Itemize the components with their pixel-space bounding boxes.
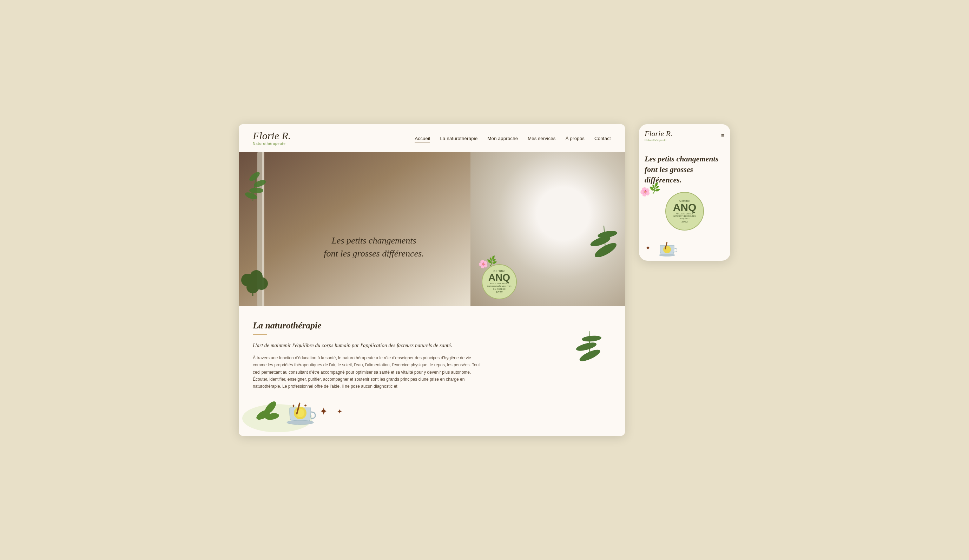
mobile-mockup: Florie R. Naturothérapeute ≡ Les petits … bbox=[639, 124, 730, 261]
tea-cup-icon: ✦ ✦ bbox=[285, 397, 316, 425]
svg-point-10 bbox=[501, 175, 563, 221]
tea-decoration-row: ✦ ✦ ✦ ✦ bbox=[253, 397, 611, 425]
nav-link-accueil[interactable]: Accueil bbox=[415, 136, 430, 143]
badge-association-text: ASSOCIATION DES NATUROTHÉRAPEUTES DU QUÉ… bbox=[487, 282, 511, 291]
badge-anq-text: ANQ bbox=[488, 273, 510, 282]
hero-left-svg bbox=[239, 152, 470, 306]
logo-subtitle: Naturothérapeute bbox=[253, 142, 286, 146]
mobile-title-line1: Les petits changements bbox=[644, 155, 718, 163]
nav-link-contact[interactable]: Contact bbox=[594, 136, 611, 141]
nav-link-approche[interactable]: Mon approche bbox=[487, 136, 518, 141]
logo-area: Florie R. Naturothérapeute bbox=[253, 131, 291, 146]
section-underline bbox=[253, 334, 267, 335]
mobile-tea-row: ✦ bbox=[639, 236, 730, 261]
svg-point-23 bbox=[581, 335, 601, 342]
hero-title-line1: Les petits changements bbox=[331, 236, 416, 246]
mobile-tea-cup-icon bbox=[657, 239, 676, 256]
mobile-anise-star-icon: ✦ bbox=[644, 243, 655, 253]
mobile-title-line3: différences. bbox=[644, 175, 681, 184]
svg-text:✦: ✦ bbox=[304, 403, 307, 408]
mobile-logo-text: Florie R. bbox=[644, 129, 672, 138]
svg-rect-0 bbox=[239, 152, 470, 306]
nav-link-services[interactable]: Mes services bbox=[528, 136, 555, 141]
page-wrapper: Florie R. Naturothérapeute Accueil La na… bbox=[239, 124, 730, 435]
mobile-hero-title: Les petits changements font les grosses … bbox=[644, 154, 725, 185]
mobile-badge-anq: ANQ bbox=[673, 202, 696, 213]
logo-text: Florie R. bbox=[253, 131, 291, 141]
svg-point-11 bbox=[535, 172, 591, 209]
svg-point-5 bbox=[249, 188, 263, 193]
anq-badge: 🌸🌿 Certifié ANQ ASSOCIATION DES NATUROTH… bbox=[482, 264, 517, 299]
mobile-badge-flowers-icon: 🌸🌿 bbox=[639, 182, 661, 198]
svg-text:✦: ✦ bbox=[645, 244, 651, 252]
nav-link-naturotherapie[interactable]: La naturothérapie bbox=[440, 136, 478, 141]
leaf-right-mid-icon bbox=[590, 222, 621, 257]
mobile-badge-year: 2022 bbox=[681, 220, 688, 223]
nav-links: Accueil La naturothérapie Mon approche M… bbox=[415, 135, 611, 141]
section-title: La naturothérapie bbox=[253, 320, 611, 331]
svg-point-33 bbox=[287, 420, 313, 425]
hero-section: Les petits changements font les grosses … bbox=[239, 152, 625, 306]
svg-text:✦: ✦ bbox=[291, 404, 296, 409]
hero-left-image bbox=[239, 152, 470, 306]
clover-bottom-left-icon bbox=[239, 268, 270, 296]
desktop-mockup: Florie R. Naturothérapeute Accueil La na… bbox=[239, 124, 625, 435]
hero-bg bbox=[239, 152, 625, 306]
svg-text:✦: ✦ bbox=[337, 408, 342, 415]
mobile-logo-subtitle: Naturothérapeute bbox=[644, 139, 672, 142]
svg-point-9 bbox=[509, 175, 586, 237]
svg-point-39 bbox=[659, 254, 675, 256]
anq-badge-circle: Certifié ANQ ASSOCIATION DES NATUROTHÉRA… bbox=[482, 264, 517, 299]
content-section: La naturothérapie L'art de maintenir l'é… bbox=[239, 306, 625, 435]
mobile-badge-assoc: ASSOCIATION DES NATUROTHÉRAPEUTES DU QUÉ… bbox=[673, 213, 696, 220]
section-subtitle: L'art de maintenir l'équilibre du corps … bbox=[253, 341, 611, 349]
badge-year-text: 2022 bbox=[496, 291, 503, 294]
svg-point-38 bbox=[663, 246, 671, 253]
nav-item-apropos[interactable]: À propos bbox=[566, 135, 584, 141]
mobile-title-line2: font les grosses bbox=[644, 165, 693, 174]
nav-item-naturotherapie[interactable]: La naturothérapie bbox=[440, 135, 478, 141]
content-text: La naturothérapie L'art de maintenir l'é… bbox=[253, 320, 611, 390]
mobile-logo-area: Florie R. Naturothérapeute bbox=[644, 129, 672, 142]
anise-star-small-icon: ✦ bbox=[337, 406, 348, 417]
mobile-hero: Les petits changements font les grosses … bbox=[639, 147, 730, 236]
nav-item-contact[interactable]: Contact bbox=[594, 135, 611, 141]
desktop-nav: Florie R. Naturothérapeute Accueil La na… bbox=[239, 124, 625, 152]
mobile-nav: Florie R. Naturothérapeute ≡ bbox=[639, 124, 730, 147]
nav-link-apropos[interactable]: À propos bbox=[566, 136, 584, 141]
section-leaf-right-icon bbox=[576, 327, 604, 362]
nav-item-accueil[interactable]: Accueil bbox=[415, 135, 430, 141]
leaf-top-left-icon bbox=[239, 166, 270, 208]
section-body: À travers une fonction d'éducation à la … bbox=[253, 354, 486, 390]
hero-content: Les petits changements font les grosses … bbox=[324, 234, 424, 260]
nav-item-services[interactable]: Mes services bbox=[528, 135, 555, 141]
mobile-anq-badge: Certifié ANQ ASSOCIATION DES NATUROTHÉRA… bbox=[665, 192, 704, 231]
mint-leaves-icon bbox=[253, 397, 281, 425]
content-area: La naturothérapie L'art de maintenir l'é… bbox=[253, 320, 611, 390]
hero-title-line2: font les grosses différences. bbox=[324, 248, 424, 259]
mobile-badge-area: 🌸🌿 Certifié ANQ ASSOCIATION DES NATUROTH… bbox=[644, 192, 725, 231]
svg-text:✦: ✦ bbox=[320, 406, 328, 417]
nav-item-approche[interactable]: Mon approche bbox=[487, 135, 518, 141]
hamburger-menu-icon[interactable]: ≡ bbox=[721, 132, 725, 139]
anise-star-icon: ✦ bbox=[320, 404, 333, 418]
hero-title: Les petits changements font les grosses … bbox=[324, 234, 424, 260]
